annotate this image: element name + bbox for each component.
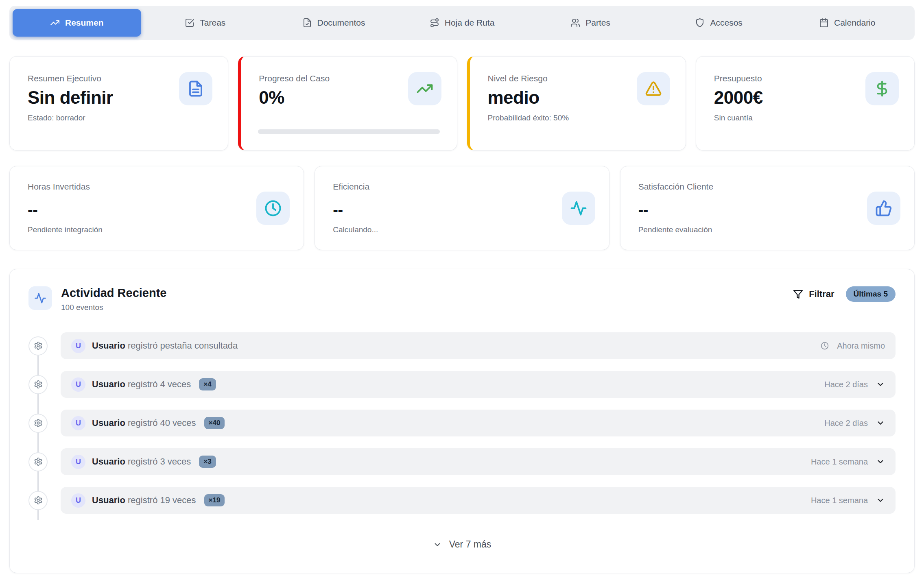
stat-cards-row: Resumen Ejecutivo Sin definir Estado: bo… [9,56,915,150]
count-badge: ×40 [204,417,225,429]
tab-hoja-de-ruta[interactable]: Hoja de Ruta [398,9,526,37]
activity-timeline: U Usuario registró pestaña consultada Ah… [28,332,896,514]
clock-icon [821,342,829,350]
activity-icon [562,192,595,225]
event-time: Hace 2 días [824,419,868,428]
event-bubble[interactable]: U Usuario registró 40 veces ×40 Hace 2 d… [61,410,896,436]
event-bubble: U Usuario registró pestaña consultada Ah… [61,332,896,359]
event-bubble[interactable]: U Usuario registró 3 veces ×3 Hace 1 sem… [61,448,896,475]
trending-up-icon [408,72,441,105]
card-label: Satisfacción Cliente [638,182,896,192]
progress-bar [258,129,439,134]
chevron-down-icon [433,540,442,549]
chevron-down-icon[interactable] [876,457,885,466]
clock-icon [256,192,290,225]
gear-icon [28,452,48,471]
activity-header: Actividad Reciente 100 eventos Filtrar Ú… [28,286,896,312]
thumbs-up-icon [867,192,900,225]
tab-label: Tareas [200,18,225,28]
tab-partes[interactable]: Partes [526,9,655,37]
avatar: U [71,377,85,392]
event-action: registró pestaña consultada [128,340,238,351]
avatar: U [71,455,85,469]
avatar: U [71,416,85,430]
card-eficiencia: Eficiencia -- Calculando... [315,166,609,250]
card-sub: Sin cuantía [714,113,896,122]
metric-cards-row: Horas Invertidas -- Pendiente integració… [9,166,915,250]
card-sub: Pendiente evaluación [638,225,896,234]
card-sub: Estado: borrador [28,113,210,122]
filter-button[interactable]: Filtrar [793,289,834,299]
event-action: registró 4 veces [128,379,191,389]
tab-label: Hoja de Ruta [445,18,495,28]
tab-label: Partes [585,18,610,28]
tab-label: Resumen [65,18,104,28]
users-icon [570,18,580,28]
activity-icon [28,286,52,310]
gear-icon [28,491,48,510]
activity-row: U Usuario registró pestaña consultada Ah… [28,332,896,359]
event-time: Hace 2 días [824,380,868,389]
activity-panel: Actividad Reciente 100 eventos Filtrar Ú… [9,269,915,573]
event-action: registró 40 veces [128,418,196,428]
gear-icon [28,336,48,356]
tab-tareas[interactable]: Tareas [141,9,270,37]
card-value: -- [333,201,591,219]
event-actor: Usuario [92,379,125,389]
top-tab-bar: Resumen Tareas Documentos Hoja de Ruta P… [9,6,915,40]
gear-icon [28,375,48,394]
event-action: registró 19 veces [128,495,196,505]
card-resumen-ejecutivo: Resumen Ejecutivo Sin definir Estado: bo… [9,56,228,150]
card-nivel-de-riesgo: Nivel de Riesgo medio Probabilidad éxito… [467,56,686,150]
shield-icon [695,18,705,28]
alert-triangle-icon [637,72,670,105]
card-horas-invertidas: Horas Invertidas -- Pendiente integració… [9,166,304,250]
funnel-icon [793,289,803,299]
card-progreso-del-caso: Progreso del Caso 0% [238,56,457,150]
card-presupuesto: Presupuesto 2000€ Sin cuantía [696,56,915,150]
card-value: -- [638,201,896,219]
count-badge: ×19 [204,494,225,506]
show-more-button[interactable]: Ver 7 más [433,539,491,550]
route-icon [430,18,439,28]
tab-accesos[interactable]: Accesos [655,9,783,37]
event-time: Hace 1 semana [811,496,868,505]
tab-documentos[interactable]: Documentos [269,9,398,37]
card-satisfaccion-cliente: Satisfacción Cliente -- Pendiente evalua… [620,166,915,250]
activity-row: U Usuario registró 3 veces ×3 Hace 1 sem… [28,448,896,475]
card-value: -- [28,201,286,219]
event-actor: Usuario [92,418,125,428]
filter-label: Filtrar [809,289,834,299]
card-sub: Probabilidad éxito: 50% [488,113,668,122]
card-sub: Pendiente integración [28,225,286,234]
chevron-down-icon[interactable] [876,380,885,389]
event-bubble[interactable]: U Usuario registró 4 veces ×4 Hace 2 día… [61,371,896,398]
event-actor: Usuario [92,495,125,505]
event-action: registró 3 veces [128,456,191,467]
activity-row: U Usuario registró 40 veces ×40 Hace 2 d… [28,410,896,436]
tab-label: Documentos [317,18,365,28]
tab-label: Accesos [710,18,742,28]
count-badge: ×3 [199,456,216,468]
gear-icon [28,414,48,433]
activity-row: U Usuario registró 19 veces ×19 Hace 1 s… [28,487,896,514]
show-more-label: Ver 7 más [449,539,491,550]
document-icon [179,72,212,105]
chevron-down-icon[interactable] [876,419,885,428]
range-badge[interactable]: Últimas 5 [846,286,896,302]
check-square-icon [185,18,194,28]
card-label: Eficiencia [333,182,591,192]
avatar: U [71,339,85,353]
activity-title: Actividad Reciente [61,286,166,300]
event-time: Ahora mismo [837,341,885,351]
event-bubble[interactable]: U Usuario registró 19 veces ×19 Hace 1 s… [61,487,896,514]
dollar-icon [865,72,899,105]
tab-calendario[interactable]: Calendario [783,9,911,37]
tab-resumen[interactable]: Resumen [13,9,141,37]
avatar: U [71,493,85,508]
tab-label: Calendario [834,18,876,28]
event-time: Hace 1 semana [811,457,868,467]
chevron-down-icon[interactable] [876,496,885,505]
activity-event-count: 100 eventos [61,303,166,312]
count-badge: ×4 [199,378,216,390]
